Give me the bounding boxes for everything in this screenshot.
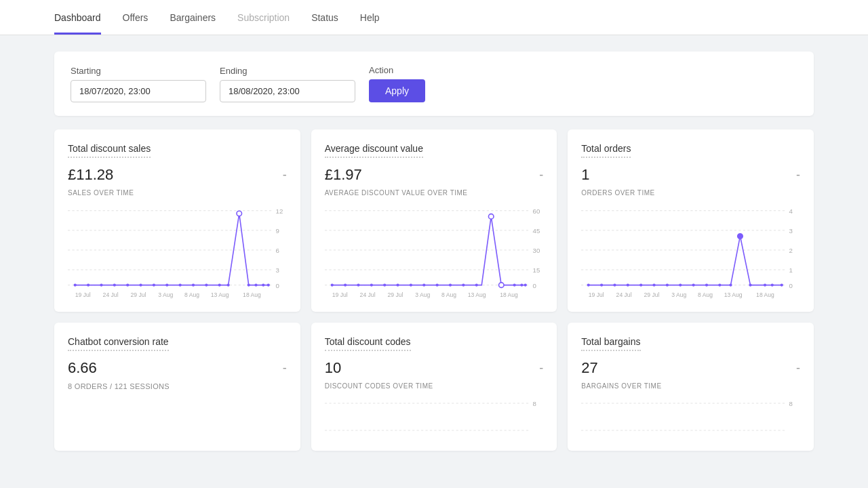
top-navigation: Dashboard Offers Bargainers Subscription… xyxy=(0,0,868,35)
card-value-3: 1 xyxy=(581,166,589,184)
card-dash-5: - xyxy=(539,361,543,375)
card-title-4: Chatbot conversion rate xyxy=(68,336,169,351)
svg-text:6: 6 xyxy=(276,247,279,254)
svg-text:29 Jul: 29 Jul xyxy=(644,291,660,298)
svg-point-65 xyxy=(475,283,477,286)
starting-label: Starting xyxy=(71,66,206,76)
tab-status[interactable]: Status xyxy=(311,0,338,35)
card-value-row-1: £11.28 - xyxy=(68,166,287,184)
svg-point-89 xyxy=(614,283,616,286)
card-title-1: Total discount sales xyxy=(68,143,151,158)
tab-bargainers[interactable]: Bargainers xyxy=(170,0,216,35)
svg-text:15: 15 xyxy=(532,266,540,274)
svg-text:8: 8 xyxy=(532,401,536,407)
chart-svg-3: 4 3 2 1 0 19 Jul 24 Jul 29 Jul 3 Aug 8 A… xyxy=(581,203,800,298)
tab-dashboard[interactable]: Dashboard xyxy=(54,0,101,35)
svg-text:0: 0 xyxy=(276,282,279,289)
svg-point-90 xyxy=(627,283,629,286)
svg-point-60 xyxy=(409,283,412,286)
svg-point-62 xyxy=(435,283,438,286)
svg-point-94 xyxy=(679,283,682,286)
svg-point-87 xyxy=(587,283,590,286)
card-dash-2: - xyxy=(539,168,543,182)
card-value-row-3: 1 - xyxy=(581,166,800,184)
svg-text:3 Aug: 3 Aug xyxy=(672,291,687,298)
svg-text:3 Aug: 3 Aug xyxy=(415,291,430,298)
filter-card: Starting Ending Action Apply xyxy=(54,52,814,116)
card-subtitle-6: BARGAINS OVER TIME xyxy=(581,382,800,390)
svg-point-67 xyxy=(520,283,523,286)
svg-point-68 xyxy=(524,283,526,286)
nav-tabs: Dashboard Offers Bargainers Subscription… xyxy=(54,0,814,35)
svg-point-32 xyxy=(254,283,257,286)
card-value-6: 27 xyxy=(581,359,597,377)
ending-input[interactable] xyxy=(220,80,355,102)
svg-text:8: 8 xyxy=(789,401,793,407)
card-title-5: Total discount codes xyxy=(325,336,411,351)
svg-point-21 xyxy=(113,283,116,286)
svg-point-96 xyxy=(705,283,708,286)
svg-point-95 xyxy=(692,283,695,286)
ending-group: Ending xyxy=(220,66,355,102)
chart-area-6: 8 xyxy=(581,396,800,437)
svg-point-101 xyxy=(771,283,774,286)
svg-text:2: 2 xyxy=(789,247,793,254)
svg-text:29 Jul: 29 Jul xyxy=(387,291,403,298)
svg-text:30: 30 xyxy=(532,247,540,254)
svg-point-23 xyxy=(139,283,142,286)
svg-point-98 xyxy=(730,283,732,286)
card-value-row-5: 10 - xyxy=(325,359,544,377)
svg-point-30 xyxy=(226,283,229,286)
card-value-2: £1.97 xyxy=(325,166,362,184)
svg-point-29 xyxy=(218,283,221,286)
card-title-6: Total bargains xyxy=(581,336,640,351)
svg-text:24 Jul: 24 Jul xyxy=(616,291,632,298)
chart-area-3: 4 3 2 1 0 19 Jul 24 Jul 29 Jul 3 Aug 8 A… xyxy=(581,203,800,298)
card-chatbot-conversion: Chatbot conversion rate 6.66 - 8 ORDERS … xyxy=(54,323,300,451)
svg-point-26 xyxy=(178,283,181,286)
svg-text:0: 0 xyxy=(789,282,793,289)
svg-text:18 Aug: 18 Aug xyxy=(500,291,518,298)
card-subtitle-2: AVERAGE DISCOUNT VALUE OVER TIME xyxy=(325,189,544,197)
starting-group: Starting xyxy=(71,66,206,102)
svg-text:8 Aug: 8 Aug xyxy=(184,291,199,298)
tab-help[interactable]: Help xyxy=(360,0,380,35)
chart-svg-5: 8 xyxy=(325,396,544,437)
svg-point-31 xyxy=(248,283,250,286)
card-subtitle-3: ORDERS OVER TIME xyxy=(581,189,800,197)
svg-point-24 xyxy=(153,283,155,286)
card-dash-3: - xyxy=(796,168,800,182)
svg-text:19 Jul: 19 Jul xyxy=(589,291,604,298)
svg-point-19 xyxy=(87,283,90,286)
svg-text:3: 3 xyxy=(789,227,793,235)
svg-point-79 xyxy=(738,234,743,239)
svg-text:9: 9 xyxy=(276,227,279,235)
svg-point-20 xyxy=(100,283,102,286)
starting-input[interactable] xyxy=(71,80,206,102)
svg-text:13 Aug: 13 Aug xyxy=(211,291,229,298)
svg-point-59 xyxy=(396,283,399,286)
apply-button[interactable]: Apply xyxy=(369,79,425,102)
svg-text:24 Jul: 24 Jul xyxy=(359,291,375,298)
svg-point-92 xyxy=(653,283,656,286)
card-title-2: Average discount value xyxy=(325,143,423,158)
card-subtitle-5: DISCOUNT CODES OVER TIME xyxy=(325,382,544,390)
svg-text:3 Aug: 3 Aug xyxy=(158,291,173,298)
chart-svg-1: 12 9 6 3 0 19 Jul 24 Jul 29 Jul 3 Aug 8 … xyxy=(68,203,287,298)
svg-point-57 xyxy=(370,283,372,286)
svg-text:12: 12 xyxy=(276,207,283,215)
svg-text:13 Aug: 13 Aug xyxy=(467,291,486,298)
svg-text:19 Jul: 19 Jul xyxy=(332,291,347,298)
action-group: Action Apply xyxy=(369,65,425,102)
card-dash-6: - xyxy=(796,361,800,375)
card-sub-info-4: 8 ORDERS / 121 SESSIONS xyxy=(68,382,287,390)
chart-area-5: 8 xyxy=(325,396,544,437)
svg-point-102 xyxy=(781,283,783,286)
svg-point-61 xyxy=(422,283,425,286)
tab-subscription[interactable]: Subscription xyxy=(237,0,290,35)
svg-text:8 Aug: 8 Aug xyxy=(698,291,713,298)
svg-point-66 xyxy=(513,283,515,286)
card-total-orders: Total orders 1 - ORDERS OVER TIME 4 3 2 … xyxy=(568,129,814,312)
svg-text:1: 1 xyxy=(789,266,793,274)
tab-offers[interactable]: Offers xyxy=(123,0,149,35)
